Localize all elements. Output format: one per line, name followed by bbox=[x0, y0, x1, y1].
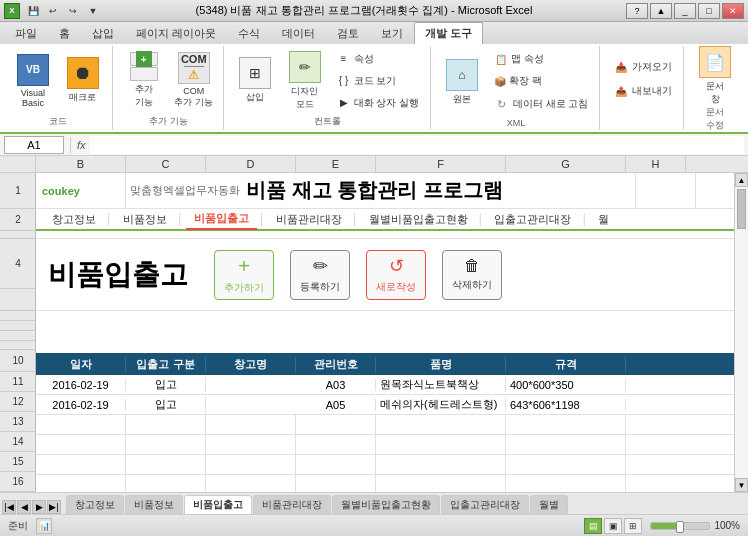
row-11[interactable]: 11 bbox=[0, 372, 36, 392]
cell-1b[interactable]: coukey bbox=[36, 173, 126, 208]
add-btn[interactable]: + 추가하기 bbox=[214, 250, 274, 300]
macro-btn[interactable]: ⏺ 매크로 bbox=[60, 53, 106, 109]
sheet-tab-mgmt[interactable]: 비품관리대장 bbox=[253, 495, 331, 514]
visual-basic-btn[interactable]: VB VisualBasic bbox=[10, 53, 56, 109]
row2-name[interactable]: 메쉬의자(헤드레스트형) bbox=[376, 397, 506, 412]
page-break-btn[interactable]: ⊞ bbox=[624, 518, 642, 534]
row-15[interactable]: 15 bbox=[0, 452, 36, 472]
import-btn[interactable]: 📥 가져오기 bbox=[608, 56, 677, 78]
col-header-g[interactable]: G bbox=[506, 156, 626, 172]
row-3[interactable] bbox=[0, 231, 36, 239]
nav-monthly[interactable]: 월별비품입출고현황 bbox=[361, 210, 476, 229]
zoom-thumb[interactable] bbox=[676, 521, 684, 533]
undo-quick-btn[interactable]: ↩ bbox=[44, 2, 62, 20]
scroll-thumb[interactable] bbox=[737, 189, 746, 229]
row2-date[interactable]: 2016-02-19 bbox=[36, 399, 126, 411]
row-7[interactable] bbox=[0, 321, 36, 331]
sheet-tab-monthly[interactable]: 월별비품입출고현황 bbox=[332, 495, 440, 514]
sheet-tab-inout[interactable]: 비품입출고 bbox=[184, 495, 252, 514]
restore-btn[interactable]: □ bbox=[698, 3, 720, 19]
col-header-e[interactable]: E bbox=[296, 156, 376, 172]
tab-view[interactable]: 보기 bbox=[370, 22, 414, 44]
row-9[interactable] bbox=[0, 341, 36, 351]
sheet-prev-btn[interactable]: ◀ bbox=[17, 500, 31, 514]
tab-data[interactable]: 데이터 bbox=[271, 22, 326, 44]
cell-1c-merged[interactable]: 맞춤형엑셀업무자동화 비품 재고 통합관리 프로그램 bbox=[126, 173, 636, 208]
col-header-c[interactable]: C bbox=[126, 156, 206, 172]
row-13[interactable]: 13 bbox=[0, 412, 36, 432]
addins-btn[interactable]: + 추가기능 bbox=[121, 53, 167, 109]
sheet-tab-ledger[interactable]: 입출고관리대장 bbox=[441, 495, 529, 514]
cell-1h[interactable] bbox=[636, 173, 696, 208]
row2-inout[interactable]: 입고 bbox=[126, 397, 206, 412]
row2-mgmt[interactable]: A05 bbox=[296, 399, 376, 411]
row1-spec[interactable]: 400*600*350 bbox=[506, 379, 626, 391]
sheet-first-btn[interactable]: |◀ bbox=[2, 500, 16, 514]
row-8[interactable] bbox=[0, 331, 36, 341]
tab-developer[interactable]: 개발 도구 bbox=[414, 22, 483, 44]
tab-home[interactable]: 홈 bbox=[48, 22, 81, 44]
col-header-b[interactable]: B bbox=[36, 156, 126, 172]
nav-inout-ledger[interactable]: 입출고관리대장 bbox=[486, 210, 579, 229]
tab-page-layout[interactable]: 페이지 레이아웃 bbox=[125, 22, 227, 44]
document-window-btn[interactable]: 📄 문서창 bbox=[692, 48, 738, 104]
new-btn[interactable]: ↺ 새로작성 bbox=[366, 250, 426, 300]
map-props-btn[interactable]: 📋 맵 속성 bbox=[489, 49, 594, 69]
sheet-next-btn[interactable]: ▶ bbox=[32, 500, 46, 514]
tab-review[interactable]: 검토 bbox=[326, 22, 370, 44]
redo-quick-btn[interactable]: ↪ bbox=[64, 2, 82, 20]
formula-input[interactable] bbox=[90, 136, 744, 154]
row-1[interactable]: 1 bbox=[0, 173, 36, 209]
delete-btn[interactable]: 🗑 삭제하기 bbox=[442, 250, 502, 300]
sheet-tab-monthly2[interactable]: 월별 bbox=[530, 495, 568, 514]
tab-insert[interactable]: 삽입 bbox=[81, 22, 125, 44]
xml-source-btn[interactable]: ⌂ 원본 bbox=[439, 54, 485, 110]
nav-items-info[interactable]: 비품정보 bbox=[115, 210, 175, 229]
help-btn[interactable]: ? bbox=[626, 3, 648, 19]
register-btn[interactable]: ✏ 등록하기 bbox=[290, 250, 350, 300]
vertical-scrollbar[interactable]: ▲ ▼ bbox=[734, 173, 748, 492]
close-btn[interactable]: ✕ bbox=[722, 3, 744, 19]
col-header-h[interactable]: H bbox=[626, 156, 686, 172]
row1-date[interactable]: 2016-02-19 bbox=[36, 379, 126, 391]
refresh-data-btn[interactable]: ↻ 데이터 새로 고침 bbox=[489, 93, 594, 115]
col-header-f[interactable]: F bbox=[376, 156, 506, 172]
col-header-d[interactable]: D bbox=[206, 156, 296, 172]
row-14[interactable]: 14 bbox=[0, 432, 36, 452]
row2-spec[interactable]: 643*606*1198 bbox=[506, 399, 626, 411]
nav-warehouse[interactable]: 창고정보 bbox=[44, 210, 104, 229]
sheet-tab-warehouse[interactable]: 창고정보 bbox=[66, 495, 124, 514]
save-quick-btn[interactable]: 💾 bbox=[24, 2, 42, 20]
sheet-tab-items[interactable]: 비품정보 bbox=[125, 495, 183, 514]
row1-name[interactable]: 원목좌식노트북책상 bbox=[376, 377, 506, 392]
row-5[interactable] bbox=[0, 289, 36, 311]
scroll-up-btn[interactable]: ▲ bbox=[735, 173, 748, 187]
quick-access-dropdown[interactable]: ▼ bbox=[84, 2, 102, 20]
ribbon-collapse-btn[interactable]: ▲ bbox=[650, 3, 672, 19]
name-box[interactable]: A1 bbox=[4, 136, 64, 154]
nav-monthly2[interactable]: 월 bbox=[590, 210, 617, 229]
tab-formulas[interactable]: 수식 bbox=[227, 22, 271, 44]
insert-control-btn[interactable]: ⊞ 삽입 bbox=[232, 53, 278, 109]
row-6[interactable] bbox=[0, 311, 36, 321]
run-dialog-btn[interactable]: ▶ 대화 상자 실행 bbox=[332, 93, 425, 113]
row-12[interactable]: 12 bbox=[0, 392, 36, 412]
tab-file[interactable]: 파일 bbox=[4, 22, 48, 44]
sheet-last-btn[interactable]: ▶| bbox=[47, 500, 61, 514]
com-addins-btn[interactable]: COM ⚠ COM추가 기능 bbox=[171, 53, 217, 109]
row-2[interactable]: 2 bbox=[0, 209, 36, 231]
row-4[interactable]: 4 bbox=[0, 239, 36, 289]
row-16[interactable]: 16 bbox=[0, 472, 36, 492]
scroll-down-btn[interactable]: ▼ bbox=[735, 478, 748, 492]
design-mode-btn[interactable]: ✏ 디자인모드 bbox=[282, 53, 328, 109]
export-btn[interactable]: 📤 내보내기 bbox=[608, 80, 677, 102]
view-code-btn[interactable]: { } 코드 보기 bbox=[332, 71, 425, 91]
nav-inout[interactable]: 비품입출고 bbox=[186, 209, 257, 230]
row-10[interactable]: 10 bbox=[0, 350, 36, 372]
minimize-btn[interactable]: _ bbox=[674, 3, 696, 19]
normal-view-btn[interactable]: ▤ bbox=[584, 518, 602, 534]
expand-pack-btn[interactable]: 📦 확장 팩 bbox=[489, 71, 594, 91]
zoom-track[interactable] bbox=[650, 522, 710, 530]
properties-btn[interactable]: ≡ 속성 bbox=[332, 49, 425, 69]
row1-mgmt[interactable]: A03 bbox=[296, 379, 376, 391]
